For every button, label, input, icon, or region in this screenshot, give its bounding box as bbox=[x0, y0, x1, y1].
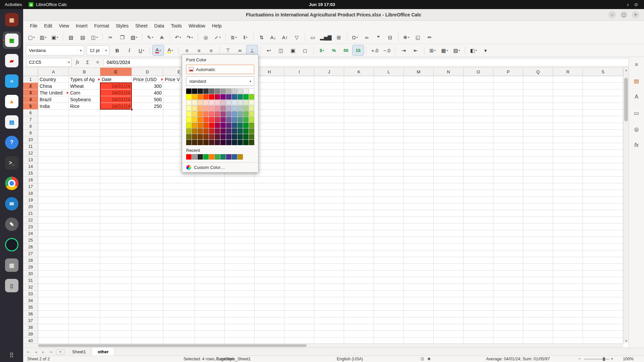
cell-N12[interactable] bbox=[434, 150, 464, 157]
menu-edit[interactable]: Edit bbox=[41, 22, 56, 30]
color-swatch[interactable] bbox=[220, 134, 226, 139]
cell-I12[interactable] bbox=[284, 150, 314, 157]
selection-stats[interactable]: Average: 04/01/24; Sum: 01/05/97 bbox=[486, 357, 550, 361]
cell-K5[interactable] bbox=[344, 103, 374, 110]
cell-S28[interactable] bbox=[583, 257, 623, 264]
cell-R7[interactable] bbox=[553, 116, 583, 123]
cell-R36[interactable] bbox=[553, 311, 583, 317]
cell-L2[interactable] bbox=[374, 83, 404, 89]
row-header-3[interactable]: 3 bbox=[23, 89, 38, 96]
cell-Q2[interactable] bbox=[523, 83, 553, 89]
cell-S19[interactable] bbox=[583, 197, 623, 203]
cell-D6[interactable] bbox=[132, 110, 163, 116]
maximize-button[interactable]: ▢ bbox=[620, 11, 628, 18]
color-swatch[interactable] bbox=[215, 94, 220, 100]
color-swatch[interactable] bbox=[226, 106, 231, 111]
cell-B30[interactable] bbox=[69, 270, 100, 277]
cell-M15[interactable] bbox=[404, 170, 434, 177]
cell-A38[interactable] bbox=[38, 324, 69, 331]
dock-help[interactable]: ? bbox=[3, 134, 21, 151]
cell-H7[interactable] bbox=[255, 116, 284, 123]
dock-terminal[interactable]: >_ bbox=[3, 154, 21, 172]
paste-button[interactable]: ▧▾ bbox=[128, 32, 140, 42]
cell-P17[interactable] bbox=[493, 183, 523, 190]
italic-button[interactable]: I bbox=[124, 45, 135, 55]
cell-M6[interactable] bbox=[404, 110, 434, 116]
cell-G23[interactable] bbox=[225, 224, 255, 230]
cell-O40[interactable] bbox=[464, 338, 493, 343]
cell-O11[interactable] bbox=[464, 143, 493, 150]
row-header-25[interactable]: 25 bbox=[23, 237, 38, 244]
cell-C26[interactable] bbox=[100, 244, 132, 250]
color-swatch[interactable] bbox=[198, 106, 203, 111]
cell-E21[interactable] bbox=[163, 210, 195, 217]
cell-I31[interactable] bbox=[284, 277, 314, 284]
headers-footers-button[interactable]: ⊟ bbox=[385, 32, 396, 42]
next-sheet-button[interactable]: ▸ bbox=[40, 350, 47, 354]
cell-C7[interactable] bbox=[100, 116, 132, 123]
color-swatch[interactable] bbox=[226, 94, 231, 100]
cell-Q13[interactable] bbox=[523, 157, 553, 163]
cell-A7[interactable] bbox=[38, 116, 69, 123]
dock-show-applications[interactable]: ⠿ bbox=[9, 352, 14, 359]
cell-L14[interactable] bbox=[374, 163, 404, 170]
cell-F26[interactable] bbox=[195, 244, 225, 250]
cell-Q26[interactable] bbox=[523, 244, 553, 250]
cell-I13[interactable] bbox=[284, 157, 314, 163]
column-header-S[interactable]: S bbox=[583, 68, 623, 76]
cell-P8[interactable] bbox=[493, 123, 523, 130]
color-swatch[interactable] bbox=[192, 123, 197, 128]
cell-H37[interactable] bbox=[255, 317, 284, 324]
cell-D19[interactable] bbox=[132, 197, 163, 203]
cell-K4[interactable] bbox=[344, 96, 374, 103]
cell-Q28[interactable] bbox=[523, 257, 553, 264]
cell-G26[interactable] bbox=[225, 244, 255, 250]
cell-J37[interactable] bbox=[314, 317, 344, 324]
cell-M12[interactable] bbox=[404, 150, 434, 157]
cell-C2[interactable]: 04/01/24 bbox=[100, 83, 132, 89]
cell-P23[interactable] bbox=[493, 224, 523, 230]
cell-D24[interactable] bbox=[132, 230, 163, 237]
cell-G16[interactable] bbox=[225, 177, 255, 183]
cell-F30[interactable] bbox=[195, 270, 225, 277]
cell-J7[interactable] bbox=[314, 116, 344, 123]
cell-P14[interactable] bbox=[493, 163, 523, 170]
cell-P10[interactable] bbox=[493, 136, 523, 143]
cell-O38[interactable] bbox=[464, 324, 493, 331]
cell-L21[interactable] bbox=[374, 210, 404, 217]
color-swatch[interactable] bbox=[203, 100, 209, 105]
cell-L31[interactable] bbox=[374, 277, 404, 284]
zoom-out-button[interactable]: − bbox=[578, 357, 581, 361]
cell-N33[interactable] bbox=[434, 291, 464, 297]
bold-button[interactable]: B bbox=[112, 45, 123, 55]
cell-M36[interactable] bbox=[404, 311, 434, 317]
cell-M39[interactable] bbox=[404, 331, 434, 338]
recent-color-swatch[interactable] bbox=[232, 154, 237, 160]
cell-F17[interactable] bbox=[195, 183, 225, 190]
vertical-scrollbar-thumb[interactable] bbox=[624, 78, 628, 121]
cell-E30[interactable] bbox=[163, 270, 195, 277]
row-header-10[interactable]: 10 bbox=[23, 136, 38, 143]
column-header-H[interactable]: H bbox=[255, 68, 284, 76]
cell-I22[interactable] bbox=[284, 217, 314, 224]
cell-O16[interactable] bbox=[464, 177, 493, 183]
color-swatch[interactable] bbox=[249, 123, 254, 128]
cell-A36[interactable] bbox=[38, 311, 69, 317]
cell-M18[interactable] bbox=[404, 190, 434, 197]
cell-F31[interactable] bbox=[195, 277, 225, 284]
cell-R27[interactable] bbox=[553, 250, 583, 257]
cell-C33[interactable] bbox=[100, 291, 132, 297]
cell-E26[interactable] bbox=[163, 244, 195, 250]
cell-A22[interactable] bbox=[38, 217, 69, 224]
cell-E36[interactable] bbox=[163, 311, 195, 317]
color-swatch[interactable] bbox=[198, 111, 203, 117]
title-bar[interactable]: Fluctuations in International Agricultur… bbox=[23, 9, 644, 21]
cell-H9[interactable] bbox=[255, 130, 284, 136]
cell-K23[interactable] bbox=[344, 224, 374, 230]
cell-K35[interactable] bbox=[344, 304, 374, 311]
row-header-36[interactable]: 36 bbox=[23, 311, 38, 317]
cell-F37[interactable] bbox=[195, 317, 225, 324]
cell-B27[interactable] bbox=[69, 250, 100, 257]
cell-K25[interactable] bbox=[344, 237, 374, 244]
close-button[interactable]: × bbox=[632, 11, 639, 18]
